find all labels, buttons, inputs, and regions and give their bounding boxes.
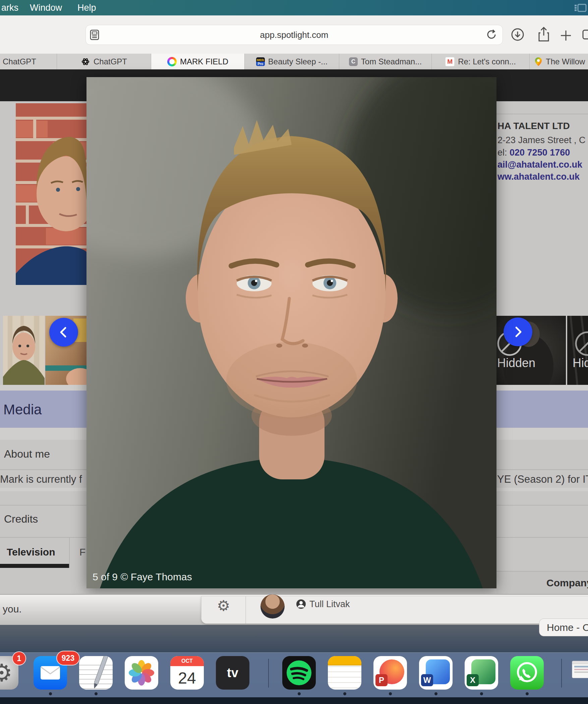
menu-bookmarks-partial[interactable]: arks <box>1 3 19 13</box>
dock-textedit-icon[interactable] <box>79 656 113 690</box>
tab-beauty-sleep[interactable]: IMDb Pro Beauty Sleep -... <box>245 54 339 69</box>
dock-calendar-icon[interactable]: OCT 24 <box>170 656 204 690</box>
share-icon[interactable] <box>537 27 550 42</box>
calendar-day: 24 <box>170 666 204 690</box>
whatsapp-running-dot <box>526 692 529 695</box>
menu-bar: arks Window Help <box>0 0 588 15</box>
person-name: Tull Litvak <box>309 599 350 609</box>
background-text: you. <box>3 603 22 615</box>
menu-window[interactable]: Window <box>29 3 63 13</box>
divider <box>496 114 588 114</box>
tab-bar: ChatGPT ChatGPT MARK FIELD IMDb Pro <box>0 54 588 69</box>
avatar[interactable] <box>260 594 285 619</box>
mail-badge: 923 <box>56 651 80 665</box>
dock-spotify-icon[interactable] <box>282 656 316 690</box>
gear-icon[interactable]: ⚙ <box>217 597 230 614</box>
agency-email[interactable]: ail@ahatalent.co.uk <box>497 160 582 170</box>
spotify-running-dot <box>298 692 301 695</box>
tab-the-willow[interactable]: The Willow <box>530 54 588 69</box>
gmail-icon: M <box>445 57 455 66</box>
pen-icon <box>79 656 113 690</box>
dock-whatsapp-icon[interactable] <box>510 656 544 690</box>
dock-powerpoint-icon[interactable]: P <box>373 656 407 690</box>
word-letter: W <box>421 674 433 686</box>
imdb-pro-icon: IMDb Pro <box>256 57 265 66</box>
menu-help[interactable]: Help <box>77 3 97 13</box>
tab-chatgpt-2[interactable]: ChatGPT <box>57 54 151 69</box>
window-title-pill[interactable]: Home - O <box>539 619 588 636</box>
about-me-heading: About me <box>4 448 50 460</box>
openai-icon <box>81 57 90 66</box>
lightbox-caption: 5 of 9 © Faye Thomas <box>93 571 192 583</box>
powerpoint-letter: P <box>375 674 388 686</box>
chevron-right-icon <box>511 325 525 339</box>
download-icon[interactable] <box>511 28 524 41</box>
hidden-slash-icon-2 <box>574 330 588 357</box>
spotlight-icon <box>167 57 177 66</box>
calendar-month: OCT <box>170 656 204 666</box>
notes-running-dot <box>343 692 346 695</box>
google-maps-pin-icon <box>534 57 542 67</box>
letter-c-icon: C <box>349 57 358 66</box>
divider <box>245 596 246 624</box>
dock-notes-icon[interactable] <box>328 656 361 690</box>
stage-manager-icon[interactable] <box>573 3 587 13</box>
chevron-left-icon <box>57 326 70 339</box>
background-window-panel: ⚙ Tull Litvak <box>201 596 588 624</box>
excel-letter: X <box>467 674 479 686</box>
minimized-window-thumbnail[interactable] <box>572 661 588 678</box>
whatsapp-logo <box>514 660 540 686</box>
agency-phone-row: el: 020 7250 1760 <box>497 148 570 158</box>
dock-word-icon[interactable]: W <box>419 656 453 690</box>
tab-chatgpt-1[interactable]: ChatGPT <box>0 54 57 69</box>
dock-photos-icon[interactable] <box>125 656 158 690</box>
person-icon <box>296 599 306 609</box>
hidden-label-partial: Hid <box>573 356 588 370</box>
url-text: app.spotlight.com <box>260 30 329 40</box>
divider <box>69 538 70 568</box>
tab-overview-icon[interactable] <box>582 28 588 42</box>
agency-phone[interactable]: 020 7250 1760 <box>510 148 570 158</box>
agency-website[interactable]: ww.ahatalent.co.uk <box>497 172 580 182</box>
agency-name: HA TALENT LTD <box>497 121 570 131</box>
profile-photo[interactable] <box>16 103 86 285</box>
tab-film-partial[interactable]: F <box>79 546 85 558</box>
dock: ⚙ 1 923 <box>0 652 588 698</box>
word-running-dot <box>434 692 437 695</box>
media-heading: Media <box>3 402 42 418</box>
tab-tom-steadman[interactable]: C Tom Steadman... <box>339 54 432 69</box>
settings-badge: 1 <box>12 651 26 665</box>
dock-divider <box>561 659 562 688</box>
powerpoint-running-dot <box>389 692 392 695</box>
textedit-running-dot <box>95 692 98 695</box>
carousel-prev-button[interactable] <box>49 318 78 347</box>
desktop-bottom-strip <box>0 697 588 704</box>
new-tab-icon[interactable] <box>560 30 572 42</box>
carousel-thumb-1[interactable] <box>3 316 45 385</box>
about-text-left: Mark is currently f <box>0 473 82 485</box>
reload-icon[interactable] <box>485 28 497 41</box>
excel-running-dot <box>480 692 483 695</box>
credits-heading: Credits <box>4 513 38 525</box>
tab-television[interactable]: Television <box>7 546 55 558</box>
envelope-icon <box>40 666 60 680</box>
headshot-photo <box>86 77 496 588</box>
agency-address: 2-23 James Street , C <box>497 135 586 145</box>
lightbox-photo[interactable] <box>86 77 496 588</box>
tab-television-underline <box>0 564 69 568</box>
about-text-right: YE (Season 2) for IT <box>497 473 588 485</box>
tab-mark-field[interactable]: MARK FIELD <box>151 54 245 69</box>
dock-excel-icon[interactable]: X <box>465 656 498 690</box>
credits-company-header: Company <box>546 577 588 589</box>
carousel-next-button[interactable] <box>504 317 532 346</box>
dock-divider <box>268 659 269 688</box>
background-window[interactable]: you. ⚙ Tull Litvak <box>0 594 588 625</box>
address-bar[interactable]: app.spotlight.com <box>85 25 503 45</box>
photos-flower-icon <box>125 656 158 690</box>
reader-icon[interactable] <box>90 30 100 40</box>
mail-running-dot <box>49 692 52 695</box>
spotify-logo <box>286 660 312 686</box>
tab-gmail[interactable]: M Re: Let's conn... <box>432 54 530 69</box>
hidden-label: Hidden <box>497 356 535 370</box>
dock-appletv-icon[interactable]: tv <box>216 656 249 690</box>
